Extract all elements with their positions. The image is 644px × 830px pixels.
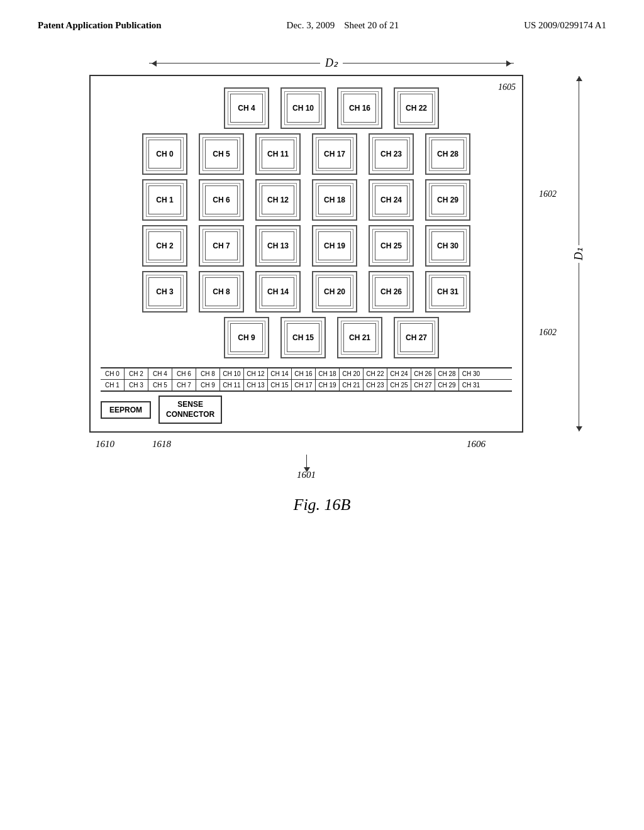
ch-10-box: CH 10	[280, 87, 326, 129]
ch-12-box: CH 12	[255, 179, 301, 221]
patent-number: US 2009/0299174 A1	[524, 20, 606, 31]
ch-11-box: CH 11	[255, 133, 301, 175]
ch-9-box: CH 9	[224, 317, 269, 358]
ref-1606: 1606	[467, 439, 486, 450]
ch-19-box: CH 19	[312, 225, 357, 267]
ref-1618: 1618	[152, 439, 171, 450]
sense-connector-component: SENSECONNECTOR	[158, 396, 222, 424]
ch-1-box: CH 1	[142, 179, 187, 221]
ch-2-box: CH 2	[142, 225, 187, 267]
d1-label: D₁	[572, 245, 586, 263]
ch-18-box: CH 18	[312, 179, 357, 221]
ch-29-box: CH 29	[425, 179, 470, 221]
ch-3-box: CH 3	[142, 271, 187, 313]
ch-24-box: CH 24	[369, 179, 414, 221]
bottom-labels: 1610 1618 1606	[89, 433, 523, 450]
ch-8-box: CH 8	[199, 271, 244, 313]
channel-strip-top: CH 0 CH 2 CH 4 CH 6 CH 8 CH 10 CH 12 CH …	[101, 367, 512, 392]
ch-21-box: CH 21	[337, 317, 382, 358]
header-date: Dec. 3, 2009 Sheet 20 of 21	[287, 20, 399, 31]
ch-26-box: CH 26	[369, 271, 414, 313]
ref-1605: 1605	[498, 82, 516, 92]
ch-5-box: CH 5	[199, 133, 244, 175]
ch-23-box: CH 23	[369, 133, 414, 175]
component-row: EEPROM SENSECONNECTOR	[101, 392, 512, 426]
ch-20-box: CH 20	[312, 271, 357, 313]
ch-13-box: CH 13	[255, 225, 301, 267]
ch-4-box: CH 4	[224, 87, 269, 129]
ch-28-box: CH 28	[425, 133, 470, 175]
ch-0-box: CH 0	[142, 133, 187, 175]
ref-1602-top: 1602	[539, 189, 557, 199]
main-diagram-box: CH 4 CH 10 CH 16 CH 22 CH 0 CH 5	[89, 75, 523, 480]
ch-27-box: CH 27	[394, 317, 439, 358]
ch-16-box: CH 16	[337, 87, 382, 129]
diagram-area: D₂ CH 4 CH 10 CH 16	[52, 56, 592, 514]
ch-15-box: CH 15	[280, 317, 326, 358]
ch-6-box: CH 6	[199, 179, 244, 221]
page-header: Patent Application Publication Dec. 3, 2…	[0, 0, 644, 31]
d2-label: D₂	[320, 56, 343, 70]
d1-dimension: D₁	[572, 76, 585, 431]
ch-25-box: CH 25	[369, 225, 414, 267]
ch-14-box: CH 14	[255, 271, 301, 313]
ch-31-box: CH 31	[425, 271, 470, 313]
ch-22-box: CH 22	[394, 87, 439, 129]
ch-7-box: CH 7	[199, 225, 244, 267]
ref-1610: 1610	[96, 439, 114, 450]
publication-title: Patent Application Publication	[38, 20, 162, 31]
figure-caption: Fig. 16B	[52, 495, 592, 514]
channel-grid: CH 4 CH 10 CH 16 CH 22 CH 0 CH 5	[101, 87, 512, 358]
ch-17-box: CH 17	[312, 133, 357, 175]
ch-30-box: CH 30	[425, 225, 470, 267]
eeprom-component: EEPROM	[101, 401, 151, 419]
ref-1602-bottom: 1602	[539, 328, 557, 338]
ref-1601-arrow: 1601	[89, 455, 523, 480]
